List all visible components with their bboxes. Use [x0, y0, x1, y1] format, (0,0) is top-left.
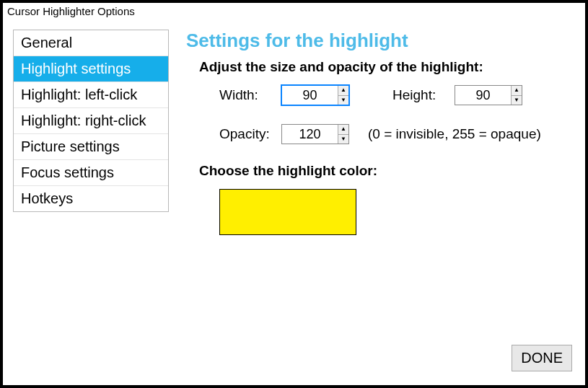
sidebar-item-focus-settings[interactable]: Focus settings [14, 160, 168, 186]
sidebar-item-highlight-settings[interactable]: Highlight settings [14, 56, 168, 82]
opacity-step-down-icon[interactable]: ▼ [338, 135, 348, 144]
sidebar-item-highlight-left-click[interactable]: Highlight: left-click [14, 82, 168, 108]
height-spinner[interactable]: ▲ ▼ [455, 85, 522, 105]
opacity-spinner[interactable]: ▲ ▼ [281, 124, 349, 144]
width-step-up-icon[interactable]: ▲ [338, 86, 348, 96]
height-label: Height: [392, 87, 455, 103]
color-heading: Choose the highlight color: [199, 163, 575, 179]
height-input[interactable] [455, 86, 511, 105]
options-window: Cursor Highlighter Options General Highl… [0, 0, 588, 388]
opacity-row: Opacity: ▲ ▼ (0 = invisible, 255 = opaqu… [219, 124, 575, 144]
sidebar-item-general[interactable]: General [14, 30, 168, 56]
highlight-color-swatch[interactable] [219, 189, 356, 235]
height-spin-buttons: ▲ ▼ [511, 86, 522, 105]
width-step-down-icon[interactable]: ▼ [338, 96, 348, 105]
width-spin-buttons: ▲ ▼ [338, 86, 348, 105]
height-step-down-icon[interactable]: ▼ [512, 96, 522, 105]
opacity-label: Opacity: [219, 126, 281, 142]
done-button[interactable]: DONE [512, 345, 572, 371]
window-title: Cursor Highlighter Options [3, 3, 585, 19]
sidebar-item-highlight-right-click[interactable]: Highlight: right-click [14, 108, 168, 134]
width-input[interactable] [282, 86, 338, 105]
size-row: Width: ▲ ▼ Height: ▲ ▼ [219, 85, 575, 105]
content-area: General Highlight settings Highlight: le… [3, 19, 585, 382]
width-spinner[interactable]: ▲ ▼ [281, 85, 349, 105]
main-panel: Settings for the highlight Adjust the si… [169, 30, 575, 382]
width-label: Width: [219, 87, 281, 103]
page-title: Settings for the highlight [186, 30, 575, 52]
sidebar-item-hotkeys[interactable]: Hotkeys [14, 186, 168, 211]
opacity-hint: (0 = invisible, 255 = opaque) [368, 126, 541, 142]
sidebar-item-picture-settings[interactable]: Picture settings [14, 134, 168, 160]
height-step-up-icon[interactable]: ▲ [512, 86, 522, 96]
sidebar: General Highlight settings Highlight: le… [13, 30, 169, 212]
opacity-spin-buttons: ▲ ▼ [338, 125, 348, 144]
opacity-step-up-icon[interactable]: ▲ [338, 125, 348, 135]
size-heading: Adjust the size and opacity of the highl… [199, 59, 575, 75]
opacity-input[interactable] [282, 125, 338, 144]
